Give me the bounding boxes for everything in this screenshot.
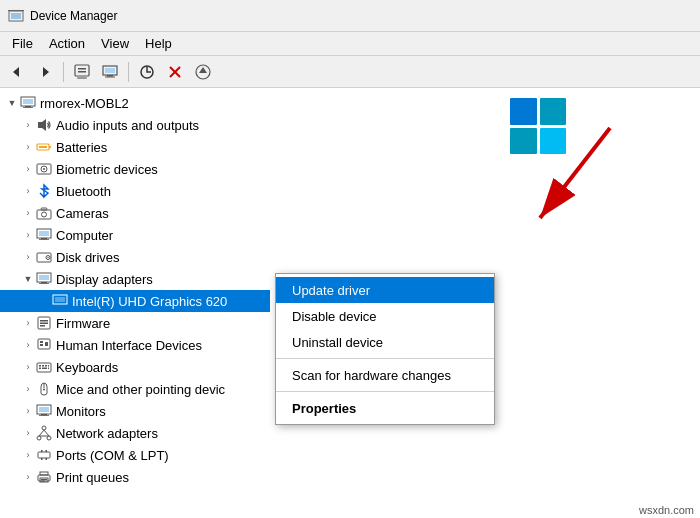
toolbar-show-hidden[interactable] [97,60,123,84]
tree-intel-gpu-label: Intel(R) UHD Graphics 620 [72,294,227,309]
svg-rect-31 [41,208,47,210]
title-bar-icon [8,8,24,24]
svg-rect-60 [48,368,49,370]
win-logo-tr [540,98,567,125]
mice-icon [36,381,52,397]
bluetooth-icon [36,183,52,199]
svg-point-67 [42,426,46,430]
svg-rect-75 [46,450,48,452]
toolbar-forward[interactable] [32,60,58,84]
tree-item-computer[interactable]: › Computer [0,224,270,246]
svg-rect-59 [42,368,47,370]
svg-rect-65 [41,414,47,415]
toolbar-update[interactable] [190,60,216,84]
svg-line-70 [39,430,44,436]
tree-item-display[interactable]: ▼ Display adapters [0,268,270,290]
tree-display-label: Display adapters [56,272,153,287]
svg-rect-11 [107,75,113,77]
svg-rect-46 [40,320,48,322]
tree-mice-label: Mice and other pointing devic [56,382,225,397]
tree-item-hid[interactable]: › Human Interface Devices [0,334,270,356]
ctx-disable-device[interactable]: Disable device [276,303,494,329]
svg-rect-2 [8,10,24,11]
expand-firmware: › [20,315,36,331]
tree-item-batteries[interactable]: › Batteries [0,136,270,158]
windows-logo [510,98,570,158]
svg-rect-35 [39,239,49,240]
keyboards-icon [36,359,52,375]
svg-rect-25 [39,146,47,148]
toolbar-back[interactable] [4,60,30,84]
tree-hid-label: Human Interface Devices [56,338,202,353]
toolbar-uninstall[interactable] [162,60,188,84]
tree-item-ports[interactable]: › Ports (COM & LPT) [0,444,270,466]
svg-rect-33 [39,231,49,236]
toolbar-properties[interactable] [69,60,95,84]
tree-print-label: Print queues [56,470,129,485]
svg-rect-20 [25,106,31,107]
expand-audio: › [20,117,36,133]
tree-monitors-label: Monitors [56,404,106,419]
tree-item-cameras[interactable]: › Cameras [0,202,270,224]
svg-rect-74 [41,450,43,452]
tree-item-monitors[interactable]: › Monitors [0,400,270,422]
expand-bluetooth: › [20,183,36,199]
expand-disk: › [20,249,36,265]
expand-ports: › [20,447,36,463]
context-menu: Update driver Disable device Uninstall d… [275,273,495,425]
tree-item-audio[interactable]: › Audio inputs and outputs [0,114,270,136]
menu-help[interactable]: Help [137,34,180,53]
expand-monitors: › [20,403,36,419]
menu-action[interactable]: Action [41,34,93,53]
tree-item-intel-gpu[interactable]: Intel(R) UHD Graphics 620 [0,290,270,312]
ctx-update-driver[interactable]: Update driver [276,277,494,303]
svg-rect-76 [41,458,43,460]
expand-root: ▼ [4,95,20,111]
svg-rect-57 [48,365,49,367]
tree-batteries-label: Batteries [56,140,107,155]
ctx-sep1 [276,358,494,359]
svg-rect-42 [39,283,49,284]
svg-rect-40 [39,275,49,280]
svg-rect-55 [42,365,44,367]
ctx-uninstall-device[interactable]: Uninstall device [276,329,494,355]
svg-rect-79 [40,472,48,475]
hid-icon [36,337,52,353]
expand-computer: › [20,227,36,243]
svg-rect-49 [38,339,50,349]
tree-root[interactable]: ▼ rmorex-MOBL2 [0,92,270,114]
tree-item-network[interactable]: › Network adapters [0,422,270,444]
ctx-scan-changes[interactable]: Scan for hardware changes [276,362,494,388]
tree-item-keyboards[interactable]: › Keyboards [0,356,270,378]
menu-view[interactable]: View [93,34,137,53]
tree-item-firmware[interactable]: › Firmware [0,312,270,334]
win-logo-bl [510,128,537,155]
svg-rect-21 [23,107,33,108]
expand-network: › [20,425,36,441]
ctx-properties[interactable]: Properties [276,395,494,421]
svg-point-30 [42,212,47,217]
ctx-sep2 [276,391,494,392]
print-icon [36,469,52,485]
svg-rect-6 [78,68,86,70]
tree-item-biometric[interactable]: › Biometric devices [0,158,270,180]
tree-view: ▼ rmorex-MOBL2 › Audio in [0,88,270,492]
svg-rect-36 [37,253,51,262]
monitors-icon [36,403,52,419]
expand-hid: › [20,337,36,353]
tree-cameras-label: Cameras [56,206,109,221]
tree-item-disk[interactable]: › Disk drives [0,246,270,268]
toolbar-scan[interactable] [134,60,160,84]
svg-rect-56 [45,365,47,367]
computer-item-icon [36,227,52,243]
tree-item-mice[interactable]: › Mice and other pointing devic [0,378,270,400]
tree-item-print[interactable]: › Print queues [0,466,270,488]
tree-ports-label: Ports (COM & LPT) [56,448,169,463]
watermark: wsxdn.com [633,502,700,518]
menu-file[interactable]: File [4,34,41,53]
svg-rect-44 [55,297,65,302]
svg-marker-22 [38,119,46,131]
window-title: Device Manager [30,9,117,23]
tree-item-bluetooth[interactable]: › Bluetooth [0,180,270,202]
tree-disk-label: Disk drives [56,250,120,265]
